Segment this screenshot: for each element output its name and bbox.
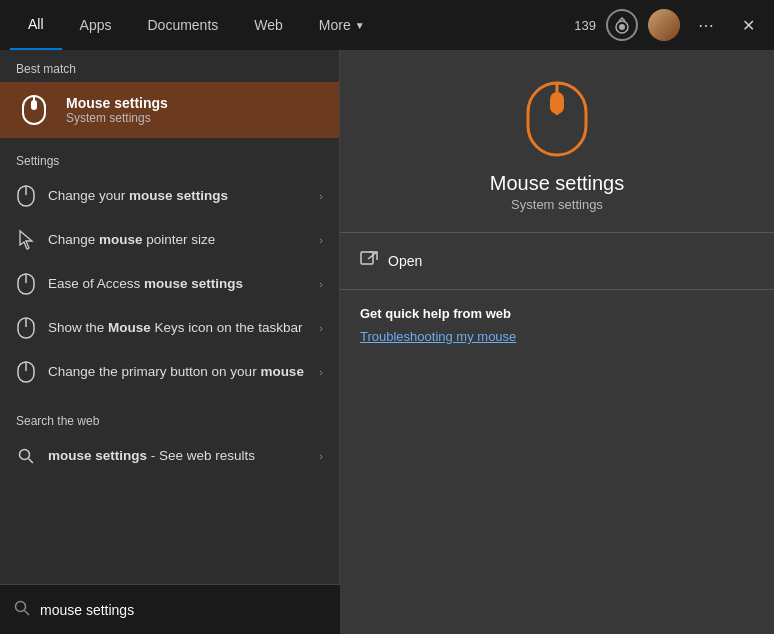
tab-web[interactable]: Web	[236, 0, 301, 50]
quick-help-link[interactable]: Troubleshooting my mouse	[360, 329, 754, 344]
svg-rect-4	[31, 100, 37, 110]
result-count: 139	[574, 18, 596, 33]
web-search-item[interactable]: mouse settings - See web results ›	[0, 434, 339, 478]
svg-line-14	[29, 459, 34, 464]
list-item-label: Ease of Access mouse settings	[48, 275, 307, 293]
list-item[interactable]: Change your mouse settings ›	[0, 174, 339, 218]
main-layout: Best match Mouse settings System setting…	[0, 50, 774, 634]
list-item[interactable]: Change mouse pointer size ›	[0, 218, 339, 262]
search-input[interactable]	[40, 602, 326, 618]
open-label: Open	[388, 253, 422, 269]
avatar[interactable]	[648, 9, 680, 41]
svg-point-20	[16, 601, 26, 611]
mouse-icon	[16, 92, 52, 128]
tab-apps[interactable]: Apps	[62, 0, 130, 50]
mouse-large-icon	[525, 80, 589, 158]
app-detail: Mouse settings System settings	[340, 50, 774, 233]
best-match-item[interactable]: Mouse settings System settings	[0, 82, 339, 138]
top-nav: All Apps Documents Web More ▼ 139 ⋯ ✕	[0, 0, 774, 50]
svg-rect-18	[361, 252, 373, 264]
list-item[interactable]: Ease of Access mouse settings ›	[0, 262, 339, 306]
tab-documents[interactable]: Documents	[129, 0, 236, 50]
search-icon	[16, 446, 36, 466]
search-bar	[0, 584, 340, 634]
mouse-keys-icon	[16, 318, 36, 338]
chevron-right-icon: ›	[319, 366, 323, 378]
list-item-label: Change your mouse settings	[48, 187, 307, 205]
best-match-title: Mouse settings	[66, 95, 323, 111]
chevron-right-icon: ›	[319, 322, 323, 334]
best-match-subtitle: System settings	[66, 111, 323, 125]
ease-access-mouse-icon	[16, 274, 36, 294]
quick-help-title: Get quick help from web	[360, 306, 754, 321]
left-panel: Best match Mouse settings System setting…	[0, 50, 340, 634]
search-bar-icon	[14, 600, 30, 620]
chevron-down-icon: ▼	[355, 20, 365, 31]
web-section: Search the web mouse settings - See web …	[0, 398, 339, 482]
tab-all[interactable]: All	[10, 0, 62, 50]
detail-subtitle: System settings	[511, 197, 603, 212]
open-button[interactable]: Open	[360, 247, 754, 275]
list-item-label: Show the Mouse Keys icon on the taskbar	[48, 319, 307, 337]
svg-rect-17	[550, 92, 564, 114]
open-section: Open	[340, 233, 774, 290]
tab-more[interactable]: More ▼	[301, 0, 383, 50]
list-item-label: Change the primary button on your mouse	[48, 363, 307, 381]
svg-point-13	[20, 450, 30, 460]
pointer-icon	[16, 230, 36, 250]
web-search-label: mouse settings - See web results	[48, 447, 307, 465]
web-section-label: Search the web	[0, 402, 339, 434]
list-item-label: Change mouse pointer size	[48, 231, 307, 249]
primary-button-icon	[16, 362, 36, 382]
svg-line-21	[25, 610, 30, 615]
mouse-settings-icon	[16, 186, 36, 206]
list-item[interactable]: Show the Mouse Keys icon on the taskbar …	[0, 306, 339, 350]
medal-icon[interactable]	[606, 9, 638, 41]
open-icon	[360, 251, 378, 271]
chevron-right-icon: ›	[319, 190, 323, 202]
right-panel: Mouse settings System settings Open Get …	[340, 50, 774, 634]
close-icon[interactable]: ✕	[732, 9, 764, 41]
best-match-text: Mouse settings System settings	[66, 95, 323, 125]
detail-title: Mouse settings	[490, 172, 625, 195]
quick-help-section: Get quick help from web Troubleshooting …	[340, 290, 774, 360]
settings-section: Settings Change your mouse settings ›	[0, 138, 339, 398]
more-options-icon[interactable]: ⋯	[690, 9, 722, 41]
list-item[interactable]: Change the primary button on your mouse …	[0, 350, 339, 394]
settings-label: Settings	[0, 142, 339, 174]
chevron-right-icon: ›	[319, 450, 323, 462]
chevron-right-icon: ›	[319, 234, 323, 246]
chevron-right-icon: ›	[319, 278, 323, 290]
svg-point-1	[619, 24, 625, 30]
best-match-label: Best match	[0, 50, 339, 82]
